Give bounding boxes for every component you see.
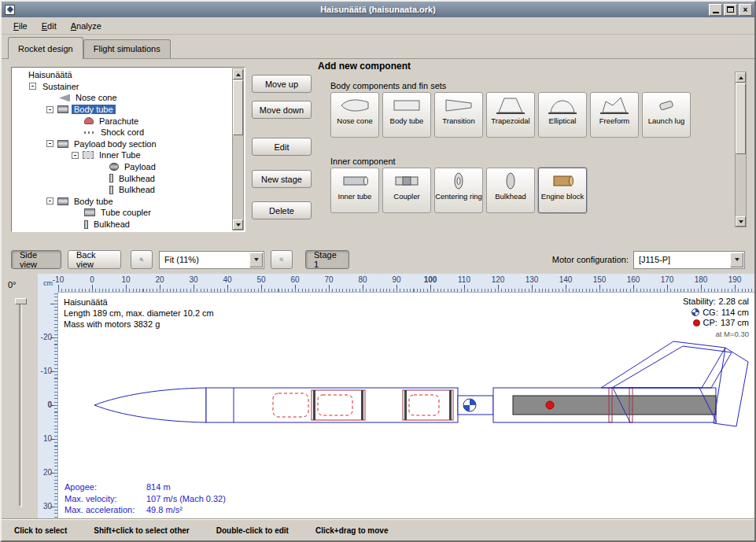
cp-icon [693,319,700,326]
scroll-down-button[interactable] [233,219,243,230]
bulkhead-shape[interactable] [449,390,452,420]
add-trapezoidal-fin-button[interactable]: Trapezoidal [486,92,535,138]
ruler-label: 30 [189,275,197,284]
collapse-icon[interactable] [46,197,53,205]
add-nose-cone-button[interactable]: Nose cone [330,92,379,138]
tree-scrollbar[interactable] [232,68,244,230]
statusbar: Click to select Shift+click to select ot… [2,519,754,540]
add-coupler-button[interactable]: Coupler [382,168,431,213]
scroll-down-icon [739,220,743,223]
move-down-button[interactable]: Move down [252,101,312,119]
stage-1-toggle[interactable]: Stage 1 [305,250,349,269]
parachute-icon [84,117,94,124]
add-transition-button[interactable]: Transition [434,92,483,138]
motor-shape[interactable] [513,396,716,415]
menu-file[interactable]: File [6,19,35,33]
trapezoidal-fin-icon [495,95,526,116]
close-button[interactable]: × [739,4,752,16]
ruler-label: 10 [121,275,130,284]
inner-component-buttons: Inner tube Coupler Centering ring Bulkhe… [330,168,587,213]
add-body-tube-button[interactable]: Body tube [382,92,431,138]
bulkhead-icon [84,220,88,229]
fin-shape[interactable] [601,341,725,388]
body-tube-shape[interactable] [206,388,458,422]
tree-item[interactable]: Body tube [13,104,231,116]
combo-arrow-icon [249,253,263,267]
tree-item-label: Tube coupler [98,208,153,217]
zoom-in-button[interactable] [131,250,153,269]
side-view-button[interactable]: Side view [11,250,61,269]
tree-item[interactable]: Payload body section [13,138,231,150]
inner-component-label: Inner component [330,157,396,166]
add-freeform-fin-button[interactable]: Freeform [590,92,639,138]
add-bulkhead-button[interactable]: Bulkhead [486,168,535,213]
ruler-label: 50 [256,275,265,284]
tube-coupler-icon [84,208,95,216]
tree-item[interactable]: Sustainer [13,81,231,93]
add-inner-tube-button[interactable]: Inner tube [330,168,379,213]
tree-item[interactable]: Inner Tube [13,149,231,161]
menu-analyze[interactable]: Analyze [64,19,109,33]
tree-item[interactable]: Haisunäätä [13,69,231,81]
rotation-slider-handle[interactable] [15,298,27,304]
tree-item[interactable]: Shock cord [13,127,231,138]
motor-configuration-label: Motor configuration: [552,255,629,264]
delete-button[interactable]: Delete [252,201,312,219]
tree-item[interactable]: Bulkhead [13,184,231,196]
move-up-button[interactable]: Move up [252,75,312,93]
minimize-button[interactable] [709,4,722,16]
zoom-out-button[interactable] [271,250,293,269]
tab-rocket-design[interactable]: Rocket design [8,37,83,59]
bulkhead-shape[interactable] [313,390,315,420]
new-stage-button[interactable]: New stage [252,170,312,188]
engine-block-icon [547,171,578,191]
rotation-value: 0° [8,280,17,289]
tree-item[interactable]: Tube coupler [13,207,231,219]
zoom-level-select[interactable]: Fit (11%) [159,251,264,269]
bulkhead-shape[interactable] [361,390,363,420]
add-centering-ring-button[interactable]: Centering ring [434,168,483,213]
menubar: File Edit Analyze [2,17,754,35]
rocket-mass: Mass with motors 3832 g [64,319,214,330]
tree-item[interactable]: Parachute [13,115,231,127]
collapse-icon[interactable] [72,152,79,159]
tree-item[interactable]: Nose cone [13,92,231,104]
rocket-dimensions: Length 189 cm, max. diameter 10.2 cm [64,308,214,319]
bulkhead-shape[interactable] [404,390,407,420]
menu-edit[interactable]: Edit [35,19,64,33]
tree-item-label-selected: Body tube [72,105,116,114]
scroll-up-button[interactable] [736,72,746,83]
split-divider[interactable] [2,239,754,245]
maximize-button[interactable] [724,4,737,16]
tree-item[interactable]: Payload [13,161,231,173]
scrollbar-thumb[interactable] [736,83,746,154]
bulkhead-icon [495,171,526,191]
ruler-label: 130 [526,275,539,284]
tree-item[interactable]: Body tube [13,196,231,208]
back-view-button[interactable]: Back view [68,250,121,269]
motor-configuration-select[interactable]: [J115-P] [633,251,745,269]
collapse-icon[interactable] [29,83,36,90]
zoom-out-icon [279,252,284,267]
tab-flight-simulations[interactable]: Flight simulations [83,39,171,58]
add-engine-block-button[interactable]: Engine block [538,168,587,213]
collapse-icon[interactable] [46,140,53,147]
add-panel-scrollbar[interactable] [735,72,747,227]
edit-button[interactable]: Edit [252,138,312,156]
hint-double-click: Double-click to edit [216,526,289,535]
scroll-up-button[interactable] [233,69,243,79]
add-elliptical-fin-button[interactable]: Elliptical [538,92,587,138]
nose-cone-shape[interactable] [94,388,206,422]
add-launch-lug-button[interactable]: Launch lug [642,92,691,138]
ruler-label: 40 [223,275,231,284]
body-component-buttons: Nose cone Body tube Transition Trapezoid… [330,92,691,138]
horizontal-ruler: -100102030405060708090100110120130140150… [58,274,754,293]
rotation-slider[interactable] [19,299,22,507]
scroll-down-button[interactable] [736,216,746,227]
collapse-icon[interactable] [46,106,53,113]
ruler-label: 60 [290,275,299,284]
tree-item[interactable]: Bulkhead [13,172,231,184]
tree-item[interactable]: Bulkhead [13,219,231,230]
window-menu-icon[interactable] [5,5,15,15]
scrollbar-thumb[interactable] [233,80,243,135]
